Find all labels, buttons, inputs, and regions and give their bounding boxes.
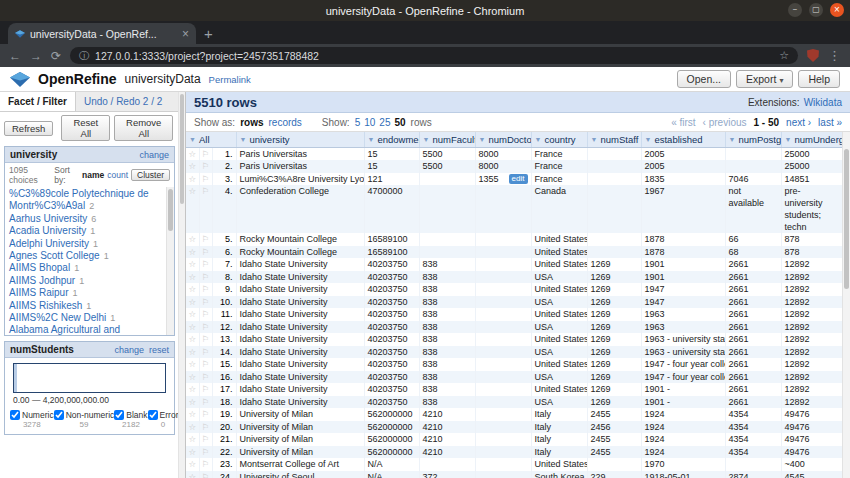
- export-button[interactable]: Export▾: [736, 70, 793, 88]
- row-star-icon[interactable]: ☆: [186, 383, 199, 396]
- cell-numPostgrad[interactable]: 66: [725, 233, 781, 246]
- cell-university[interactable]: Idaho State University: [236, 346, 364, 359]
- cell-endowment[interactable]: N/A: [364, 458, 419, 471]
- cell-university[interactable]: Idaho State University: [236, 383, 364, 396]
- extension-wikidata-link[interactable]: Wikidata: [804, 97, 842, 108]
- row-star-icon[interactable]: ☆: [186, 333, 199, 346]
- page-next-link[interactable]: next ›: [786, 117, 811, 128]
- page-size-5[interactable]: 5: [355, 117, 361, 128]
- cell-numStaff[interactable]: 1269: [587, 321, 641, 334]
- cell-numStaff[interactable]: 1269: [587, 346, 641, 359]
- extension-shield-icon[interactable]: [807, 49, 819, 62]
- row-flag-icon[interactable]: ⚐: [199, 396, 212, 409]
- cell-numFaculty[interactable]: 838: [419, 283, 475, 296]
- cell-numDoctoral[interactable]: 8000: [475, 147, 531, 160]
- maximize-icon[interactable]: ▢: [809, 3, 823, 17]
- cell-numFaculty[interactable]: 838: [419, 333, 475, 346]
- cell-established[interactable]: 1901 -: [641, 396, 725, 409]
- row-flag-icon[interactable]: ⚐: [199, 173, 212, 186]
- row-star-icon[interactable]: ☆: [186, 308, 199, 321]
- cell-numDoctoral[interactable]: [475, 396, 531, 409]
- page-size-50[interactable]: 50: [394, 117, 405, 128]
- cell-country[interactable]: USA: [531, 296, 587, 309]
- cell-university[interactable]: Paris Universitas: [236, 160, 364, 173]
- row-star-icon[interactable]: ☆: [186, 458, 199, 471]
- cell-endowment[interactable]: 121: [364, 173, 419, 186]
- scrollbar-thumb[interactable]: [168, 189, 173, 231]
- cell-numDoctoral[interactable]: [475, 346, 531, 359]
- column-header-numstaff[interactable]: ▼numStaff: [587, 132, 641, 147]
- checkbox[interactable]: [114, 410, 124, 420]
- row-flag-icon[interactable]: ⚐: [199, 160, 212, 173]
- cell-numDoctoral[interactable]: [475, 421, 531, 434]
- cell-numDoctoral[interactable]: [475, 246, 531, 259]
- url-text[interactable]: 127.0.0.1:3333/project?project=245735178…: [95, 50, 773, 62]
- scrollbar-thumb[interactable]: [180, 94, 184, 204]
- cell-numFaculty[interactable]: 838: [419, 396, 475, 409]
- cell-numUndergrad[interactable]: 49476: [781, 446, 842, 459]
- cell-numFaculty[interactable]: 838: [419, 371, 475, 384]
- column-menu-icon[interactable]: ▼: [591, 136, 598, 143]
- cell-numPostgrad[interactable]: not available: [725, 185, 781, 233]
- back-icon[interactable]: ←: [9, 50, 21, 62]
- help-button[interactable]: Help: [798, 70, 840, 88]
- cell-numPostgrad[interactable]: 2661: [725, 358, 781, 371]
- cell-university[interactable]: Confederation College: [236, 185, 364, 233]
- cell-country[interactable]: USA: [531, 346, 587, 359]
- facet-choice-link[interactable]: Aarhus University: [9, 213, 87, 224]
- row-flag-icon[interactable]: ⚐: [199, 358, 212, 371]
- cell-university[interactable]: Idaho State University: [236, 371, 364, 384]
- cell-numUndergrad[interactable]: 12892: [781, 296, 842, 309]
- cell-university[interactable]: Idaho State University: [236, 333, 364, 346]
- cell-country[interactable]: USA: [531, 371, 587, 384]
- tab-facet-filter[interactable]: Facet / Filter: [0, 92, 76, 111]
- cell-numStaff[interactable]: 1269: [587, 371, 641, 384]
- cell-endowment[interactable]: 40203750: [364, 321, 419, 334]
- facet-choice-link[interactable]: %C3%89cole Polytechnique de Montr%C3%A9a…: [9, 188, 149, 211]
- cell-numFaculty[interactable]: 4210: [419, 446, 475, 459]
- cell-numUndergrad[interactable]: 12892: [781, 346, 842, 359]
- row-flag-icon[interactable]: ⚐: [199, 258, 212, 271]
- refresh-button[interactable]: Refresh: [4, 121, 53, 136]
- cell-numDoctoral[interactable]: [475, 233, 531, 246]
- row-flag-icon[interactable]: ⚐: [199, 233, 212, 246]
- cell-endowment[interactable]: 562000000: [364, 433, 419, 446]
- row-flag-icon[interactable]: ⚐: [199, 185, 212, 233]
- row-star-icon[interactable]: ☆: [186, 160, 199, 173]
- cell-established[interactable]: 1963 - university status: [641, 333, 725, 346]
- table-scrollbar[interactable]: [842, 132, 850, 478]
- show-as-rows[interactable]: rows: [240, 117, 263, 128]
- cell-numStaff[interactable]: 2455: [587, 446, 641, 459]
- cell-numUndergrad[interactable]: 12892: [781, 258, 842, 271]
- page-last-link[interactable]: last »: [818, 117, 842, 128]
- cell-numPostgrad[interactable]: 2661: [725, 296, 781, 309]
- cell-endowment[interactable]: 15: [364, 147, 419, 160]
- tab-close-icon[interactable]: ×: [182, 28, 189, 40]
- cell-numFaculty[interactable]: 838: [419, 358, 475, 371]
- site-info-icon[interactable]: ⓘ: [79, 49, 89, 63]
- cell-numUndergrad[interactable]: 12892: [781, 333, 842, 346]
- cell-numUndergrad[interactable]: 4545: [781, 471, 842, 478]
- cell-numStaff[interactable]: [587, 160, 641, 173]
- column-header-country[interactable]: ▼country: [531, 132, 587, 147]
- row-flag-icon[interactable]: ⚐: [199, 383, 212, 396]
- row-star-icon[interactable]: ☆: [186, 408, 199, 421]
- reset-all-button[interactable]: Reset All: [61, 115, 110, 141]
- row-flag-icon[interactable]: ⚐: [199, 458, 212, 471]
- cell-endowment[interactable]: 562000000: [364, 421, 419, 434]
- cell-established[interactable]: 1924: [641, 446, 725, 459]
- cell-established[interactable]: 1967: [641, 185, 725, 233]
- row-star-icon[interactable]: ☆: [186, 396, 199, 409]
- row-star-icon[interactable]: ☆: [186, 271, 199, 284]
- cell-university[interactable]: University of Milan: [236, 421, 364, 434]
- row-star-icon[interactable]: ☆: [186, 296, 199, 309]
- cell-university[interactable]: Idaho State University: [236, 396, 364, 409]
- column-menu-icon[interactable]: ▼: [479, 136, 486, 143]
- row-flag-icon[interactable]: ⚐: [199, 371, 212, 384]
- cell-numStaff[interactable]: 2455: [587, 433, 641, 446]
- cell-numUndergrad[interactable]: ~400: [781, 458, 842, 471]
- cell-numPostgrad[interactable]: 4354: [725, 408, 781, 421]
- cell-numStaff[interactable]: 1269: [587, 271, 641, 284]
- row-flag-icon[interactable]: ⚐: [199, 308, 212, 321]
- row-flag-icon[interactable]: ⚐: [199, 246, 212, 259]
